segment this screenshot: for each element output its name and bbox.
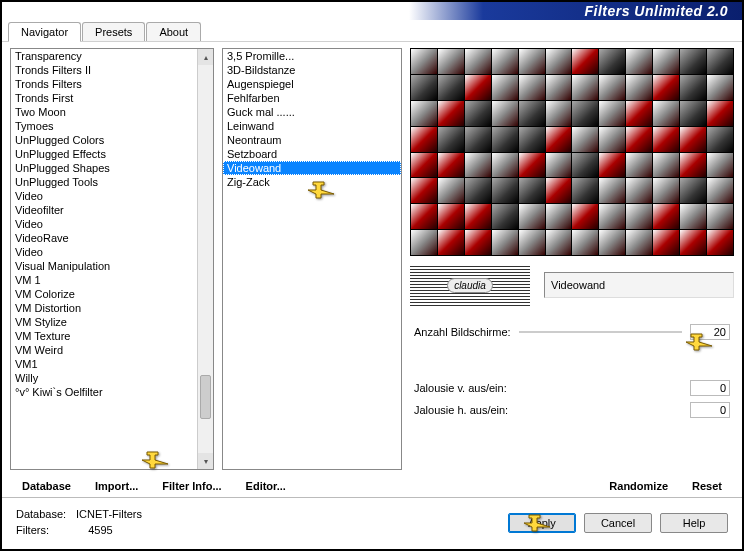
list-item[interactable]: 3,5 Promille... xyxy=(223,49,401,63)
db-label: Database: xyxy=(16,507,76,522)
tab-presets[interactable]: Presets xyxy=(82,22,145,41)
randomize-button[interactable]: Randomize xyxy=(599,476,678,496)
list-item[interactable]: Fehlfarben xyxy=(223,91,401,105)
param-value-input[interactable] xyxy=(690,324,730,340)
list-item[interactable]: VM 1 xyxy=(11,273,197,287)
list-item[interactable]: VM Distortion xyxy=(11,301,197,315)
filter-list[interactable]: 3,5 Promille...3D-BildstanzeAugenspiegel… xyxy=(222,48,402,470)
list-item[interactable]: Video xyxy=(11,189,197,203)
app-title: Filters Unlimited 2.0 xyxy=(584,3,728,19)
list-item[interactable]: 3D-Bildstanze xyxy=(223,63,401,77)
list-item[interactable]: VM Weird xyxy=(11,343,197,357)
import-button[interactable]: Import... xyxy=(85,476,148,496)
list-item[interactable]: Transparency xyxy=(11,49,197,63)
list-item[interactable]: Tronds First xyxy=(11,91,197,105)
list-item[interactable]: Augenspiegel xyxy=(223,77,401,91)
title-bar: Filters Unlimited 2.0 xyxy=(2,2,742,20)
list-item[interactable]: UnPlugged Shapes xyxy=(11,161,197,175)
scroll-up-icon[interactable]: ▴ xyxy=(198,49,213,65)
apply-button[interactable]: Apply xyxy=(508,513,576,533)
list-item[interactable]: UnPlugged Effects xyxy=(11,147,197,161)
database-button[interactable]: Database xyxy=(12,476,81,496)
scroll-down-icon[interactable]: ▾ xyxy=(198,453,213,469)
tab-about[interactable]: About xyxy=(146,22,201,41)
param-label: Jalousie h. aus/ein: xyxy=(414,404,508,416)
scroll-thumb[interactable] xyxy=(200,375,211,419)
list-item[interactable]: Videowand xyxy=(223,161,401,175)
param-value-input[interactable] xyxy=(690,380,730,396)
list-item[interactable]: Neontraum xyxy=(223,133,401,147)
tab-bar: Navigator Presets About xyxy=(2,20,742,42)
list-item[interactable]: Tronds Filters xyxy=(11,77,197,91)
editor-button[interactable]: Editor... xyxy=(236,476,296,496)
list-item[interactable]: Guck mal ...... xyxy=(223,105,401,119)
list-item[interactable]: Zig-Zack xyxy=(223,175,401,189)
category-list[interactable]: TransparencyTronds Filters IITronds Filt… xyxy=(10,48,214,470)
list-item[interactable]: Visual Manipulation xyxy=(11,259,197,273)
tab-navigator[interactable]: Navigator xyxy=(8,22,81,42)
param-jalousie-v: Jalousie v. aus/ein: xyxy=(414,380,730,396)
filters-count-label: Filters: xyxy=(16,523,76,538)
filter-preview xyxy=(410,48,734,256)
list-item[interactable]: VM Colorize xyxy=(11,287,197,301)
list-item[interactable]: Video xyxy=(11,217,197,231)
param-value-input[interactable] xyxy=(690,402,730,418)
list-item[interactable]: VM Texture xyxy=(11,329,197,343)
filters-count-value: 4595 xyxy=(88,523,112,538)
list-item[interactable]: Videofilter xyxy=(11,203,197,217)
list-item[interactable]: Video xyxy=(11,245,197,259)
cancel-button[interactable]: Cancel xyxy=(584,513,652,533)
list-item[interactable]: °v° Kiwi`s Oelfilter xyxy=(11,385,197,399)
help-button[interactable]: Help xyxy=(660,513,728,533)
list-item[interactable]: Tymoes xyxy=(11,119,197,133)
param-label: Jalousie v. aus/ein: xyxy=(414,382,507,394)
list-item[interactable]: UnPlugged Tools xyxy=(11,175,197,189)
list-item[interactable]: UnPlugged Colors xyxy=(11,133,197,147)
list-item[interactable]: Setzboard xyxy=(223,147,401,161)
param-slider[interactable] xyxy=(519,331,682,333)
list-item[interactable]: VM1 xyxy=(11,357,197,371)
list-item[interactable]: Tronds Filters II xyxy=(11,63,197,77)
param-label: Anzahl Bildschirme: xyxy=(414,326,511,338)
reset-button[interactable]: Reset xyxy=(682,476,732,496)
category-scrollbar[interactable]: ▴ ▾ xyxy=(197,49,213,469)
list-item[interactable]: VM Stylize xyxy=(11,315,197,329)
list-item[interactable]: Two Moon xyxy=(11,105,197,119)
param-anzahl-bildschirme: Anzahl Bildschirme: xyxy=(414,324,730,340)
filter-info-button[interactable]: Filter Info... xyxy=(152,476,231,496)
filter-name-label: Videowand xyxy=(551,279,605,291)
brand-logo xyxy=(410,264,530,306)
list-item[interactable]: Leinwand xyxy=(223,119,401,133)
list-item[interactable]: VideoRave xyxy=(11,231,197,245)
param-jalousie-h: Jalousie h. aus/ein: xyxy=(414,402,730,418)
database-info: Database:ICNET-Filters Filters: 4595 xyxy=(16,507,142,538)
list-item[interactable]: Willy xyxy=(11,371,197,385)
db-value: ICNET-Filters xyxy=(76,507,142,522)
filter-name-field: Videowand xyxy=(544,272,734,298)
